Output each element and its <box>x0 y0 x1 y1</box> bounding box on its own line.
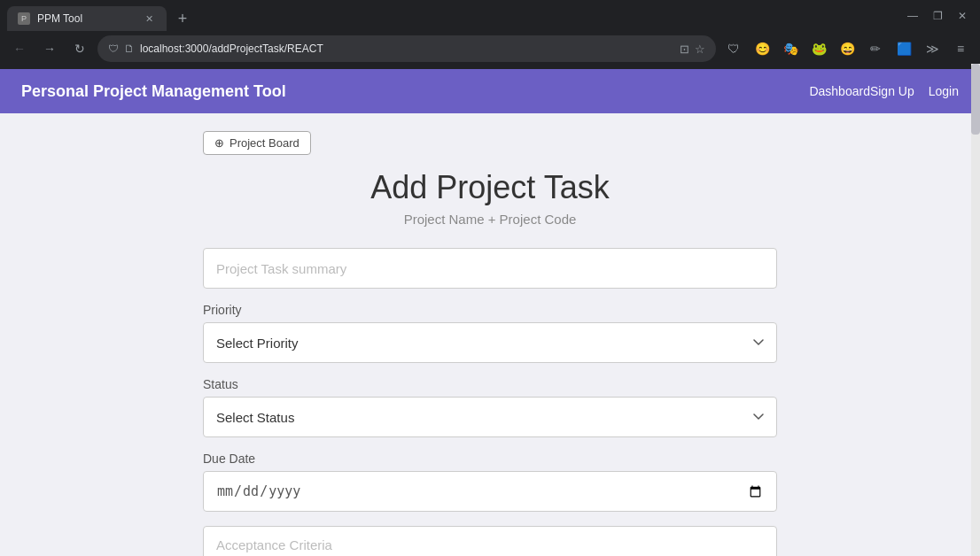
due-date-label: Due Date <box>203 452 777 466</box>
new-tab-button[interactable]: + <box>170 6 195 31</box>
summary-section <box>203 248 777 289</box>
browser-toolbar-icons: 🛡 😊 🎭 🐸 😄 ✏ 🟦 ≫ ≡ <box>721 36 973 61</box>
address-bar-row: ← → ↻ 🛡 🗋 localhost:3000/addProjectTask/… <box>0 32 980 69</box>
project-subtitle: Project Name + Project Code <box>203 212 777 227</box>
extension-icon-6[interactable]: ✏ <box>863 36 888 61</box>
extension-icon-5[interactable]: 😄 <box>835 36 859 61</box>
more-tools-button[interactable]: ≫ <box>920 36 945 61</box>
navbar-links: Dashboard <box>809 84 870 98</box>
address-bar-icons: ⊡ ☆ <box>680 42 705 56</box>
translate-icon[interactable]: ⊡ <box>680 42 689 56</box>
navbar-brand: Personal Project Management Tool <box>21 82 809 101</box>
due-date-input[interactable] <box>203 471 777 512</box>
status-select[interactable]: Select Status TO_DO IN_PROGRESS IN_QA DO… <box>203 397 777 437</box>
priority-select[interactable]: Select Priority High Medium Low <box>203 322 777 363</box>
restore-button[interactable]: ❐ <box>927 7 948 25</box>
url-display: localhost:3000/addProjectTask/REACT <box>140 42 674 55</box>
dashboard-link[interactable]: Dashboard <box>809 84 870 98</box>
navbar-auth: Sign Up Login <box>870 84 959 98</box>
signup-link[interactable]: Sign Up <box>870 84 914 98</box>
close-button[interactable]: ✕ <box>952 7 973 25</box>
priority-section: Priority Select Priority High Medium Low <box>203 303 777 363</box>
login-link[interactable]: Login <box>929 84 959 98</box>
due-date-section: Due Date <box>203 452 777 512</box>
extension-icon-7[interactable]: 🟦 <box>891 36 916 61</box>
scrollbar-track <box>971 64 980 556</box>
extension-icon-1[interactable]: 🛡 <box>721 36 746 61</box>
main-content: ⊕ Project Board Add Project Task Project… <box>189 113 791 556</box>
window-controls: — ❐ ✕ <box>902 7 973 30</box>
page-icon: 🗋 <box>124 42 135 55</box>
tab-title: PPM Tool <box>37 12 135 25</box>
project-board-back-button[interactable]: ⊕ Project Board <box>203 131 311 155</box>
page-title: Add Project Task <box>203 169 777 206</box>
tab-close-button[interactable]: ✕ <box>142 12 156 26</box>
active-tab[interactable]: P PPM Tool ✕ <box>7 6 167 31</box>
browser-chrome: P PPM Tool ✕ + — ❐ ✕ ← → ↻ <box>0 0 980 69</box>
priority-label: Priority <box>203 303 777 317</box>
tab-bar: P PPM Tool ✕ + — ❐ ✕ <box>0 0 980 32</box>
status-section: Status Select Status TO_DO IN_PROGRESS I… <box>203 377 777 437</box>
navbar: Personal Project Management Tool Dashboa… <box>0 69 980 113</box>
tab-favicon: P <box>18 12 30 25</box>
status-label: Status <box>203 377 777 391</box>
scrollbar-thumb[interactable] <box>971 64 980 135</box>
back-nav-button[interactable]: ← <box>7 36 32 61</box>
back-arrow-icon: ⊕ <box>214 136 224 150</box>
forward-nav-button[interactable]: → <box>37 36 62 61</box>
security-icon: 🛡 <box>108 42 119 55</box>
menu-button[interactable]: ≡ <box>948 36 973 61</box>
acceptance-criteria-textarea[interactable] <box>203 526 777 556</box>
extension-icon-4[interactable]: 🐸 <box>806 36 831 61</box>
back-button-label: Project Board <box>229 136 299 150</box>
refresh-button[interactable]: ↻ <box>67 36 92 61</box>
extension-icon-3[interactable]: 🎭 <box>778 36 803 61</box>
minimize-button[interactable]: — <box>902 7 923 25</box>
extension-icon-2[interactable]: 😊 <box>750 36 774 61</box>
bookmark-icon[interactable]: ☆ <box>695 42 705 56</box>
acceptance-criteria-section <box>203 526 777 556</box>
address-bar[interactable]: 🛡 🗋 localhost:3000/addProjectTask/REACT … <box>97 35 716 62</box>
summary-input[interactable] <box>203 248 777 289</box>
page-content: Personal Project Management Tool Dashboa… <box>0 69 980 556</box>
